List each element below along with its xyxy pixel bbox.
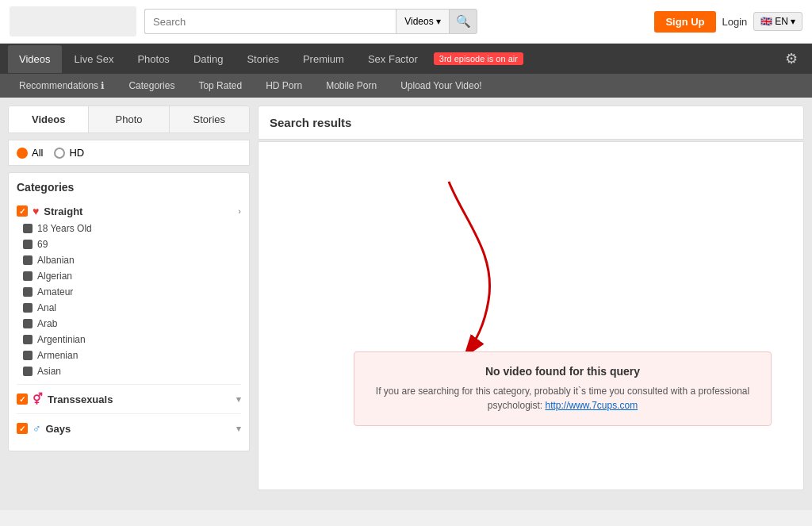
divider xyxy=(17,384,241,385)
subitem-label: Argentinian xyxy=(37,334,86,345)
subnav-hd-porn[interactable]: HD Porn xyxy=(255,74,313,98)
language-button[interactable]: 🇬🇧 EN ▾ xyxy=(753,12,802,31)
nav-item-premium[interactable]: Premium xyxy=(292,45,355,73)
nav-item-live-sex[interactable]: Live Sex xyxy=(63,45,125,73)
category-group-straight: ✓ ♥ Straight › 18 Years Old 69 xyxy=(17,202,241,379)
results-body: No video found for this query If you are… xyxy=(258,141,804,490)
tab-photo[interactable]: Photo xyxy=(89,106,169,132)
radio-hd-indicator xyxy=(54,148,65,159)
categories-title: Categories xyxy=(17,181,241,194)
no-results-title: No video found for this query xyxy=(370,365,755,378)
search-submit-button[interactable]: 🔍 xyxy=(449,9,477,34)
nav-item-stories[interactable]: Stories xyxy=(236,45,289,73)
list-item[interactable]: 18 Years Old xyxy=(23,221,241,236)
filter-all-label: All xyxy=(32,147,43,159)
straight-sublist: 18 Years Old 69 Albanian Algerian xyxy=(17,221,241,379)
content-area: Videos Photo Stories All HD Categories ✓… xyxy=(0,98,812,510)
no-results-box: No video found for this query If you are… xyxy=(354,351,772,426)
no-results-desc: If you are searching for this category, … xyxy=(370,384,755,413)
subitem-checkbox xyxy=(23,367,33,376)
gays-expand-icon: ▾ xyxy=(236,424,241,434)
filter-all[interactable]: All xyxy=(17,147,43,159)
sub-nav: Recommendations ℹ Categories Top Rated H… xyxy=(0,74,812,98)
search-bar: Videos ▾ 🔍 xyxy=(144,9,477,34)
subitem-checkbox xyxy=(23,240,33,249)
subitem-checkbox xyxy=(23,287,33,297)
list-item[interactable]: Albanian xyxy=(23,252,241,268)
transsexuals-checkbox[interactable]: ✓ xyxy=(17,394,28,405)
nav-item-sex-factor[interactable]: Sex Factor xyxy=(357,45,429,73)
straight-icon: ♥ xyxy=(33,205,39,217)
signup-button[interactable]: Sign Up xyxy=(654,11,715,33)
subitem-checkbox xyxy=(23,319,33,328)
divider xyxy=(17,413,241,414)
subnav-upload[interactable]: Upload Your Video! xyxy=(389,74,493,98)
list-item[interactable]: Algerian xyxy=(23,268,241,284)
no-results-link[interactable]: http://www.7cups.com xyxy=(546,400,638,411)
subitem-checkbox xyxy=(23,224,33,233)
search-type-button[interactable]: Videos ▾ xyxy=(396,9,449,34)
login-button[interactable]: Login xyxy=(722,16,748,28)
category-group-header-gays[interactable]: ✓ ♂ Gays ▾ xyxy=(17,419,241,438)
transsexuals-icon: ⚥ xyxy=(33,393,43,405)
nav-badge: 3rd episode is on air xyxy=(434,52,523,65)
list-item[interactable]: Asian xyxy=(23,363,241,379)
subitem-checkbox xyxy=(23,303,33,313)
nav-item-photos[interactable]: Photos xyxy=(126,45,180,73)
list-item[interactable]: Argentinian xyxy=(23,332,241,347)
nav-item-dating[interactable]: Dating xyxy=(182,45,235,73)
type-tabs: Videos Photo Stories xyxy=(8,106,250,133)
subitem-checkbox xyxy=(23,271,33,281)
subitem-checkbox xyxy=(23,335,33,344)
subnav-top-rated[interactable]: Top Rated xyxy=(187,74,253,98)
categories-section: Categories ✓ ♥ Straight › 18 Years Old xyxy=(8,172,250,451)
subitem-label: Amateur xyxy=(37,286,73,298)
subnav-mobile-porn[interactable]: Mobile Porn xyxy=(315,74,388,98)
search-input[interactable] xyxy=(144,9,396,34)
category-group-transsexuals: ✓ ⚥ Transsexuals ▾ xyxy=(17,390,241,409)
settings-icon[interactable]: ⚙ xyxy=(779,44,804,74)
subitem-label: Algerian xyxy=(37,271,72,282)
subitem-checkbox xyxy=(23,351,33,360)
gays-checkbox[interactable]: ✓ xyxy=(17,423,28,434)
sidebar: Videos Photo Stories All HD Categories ✓… xyxy=(8,106,250,502)
subitem-label: 18 Years Old xyxy=(37,223,92,234)
straight-checkbox[interactable]: ✓ xyxy=(17,205,28,217)
transsexuals-expand-icon: ▾ xyxy=(236,394,241,405)
category-group-gays: ✓ ♂ Gays ▾ xyxy=(17,419,241,438)
filter-hd[interactable]: HD xyxy=(54,147,84,159)
subitem-label: Armenian xyxy=(37,350,78,361)
tab-stories[interactable]: Stories xyxy=(170,106,249,132)
radio-all-indicator xyxy=(17,148,28,159)
list-item[interactable]: Anal xyxy=(23,300,241,316)
list-item[interactable]: Armenian xyxy=(23,347,241,363)
header: Videos ▾ 🔍 Sign Up Login 🇬🇧 EN ▾ xyxy=(0,0,812,44)
list-item[interactable]: Amateur xyxy=(23,284,241,300)
subitem-checkbox xyxy=(23,255,33,265)
results-header: Search results xyxy=(258,106,804,140)
category-group-header-straight[interactable]: ✓ ♥ Straight › xyxy=(17,202,241,221)
straight-label: Straight xyxy=(44,205,82,217)
subitem-label: Anal xyxy=(37,302,56,313)
gays-icon: ♂ xyxy=(33,422,41,435)
subitem-label: Albanian xyxy=(37,255,75,266)
straight-expand-icon: › xyxy=(238,206,241,216)
lang-label: EN xyxy=(775,16,788,27)
subnav-categories[interactable]: Categories xyxy=(117,74,186,98)
main-nav: Videos Live Sex Photos Dating Stories Pr… xyxy=(0,44,812,74)
search-icon: 🔍 xyxy=(456,14,471,29)
flag-icon: 🇬🇧 xyxy=(760,16,772,27)
subnav-recommendations[interactable]: Recommendations ℹ xyxy=(8,74,116,98)
category-group-header-transsexuals[interactable]: ✓ ⚥ Transsexuals ▾ xyxy=(17,390,241,409)
nav-item-videos[interactable]: Videos xyxy=(8,45,62,73)
tab-videos[interactable]: Videos xyxy=(9,106,89,132)
gays-label: Gays xyxy=(46,423,71,435)
filter-hd-label: HD xyxy=(69,147,84,159)
logo xyxy=(10,6,136,36)
subitem-label: Asian xyxy=(37,366,61,377)
list-item[interactable]: 69 xyxy=(23,236,241,252)
header-actions: Sign Up Login 🇬🇧 EN ▾ xyxy=(654,11,802,33)
main-results: Search results No video found for this q… xyxy=(258,106,804,502)
chevron-down-icon: ▾ xyxy=(791,16,795,27)
list-item[interactable]: Arab xyxy=(23,316,241,332)
